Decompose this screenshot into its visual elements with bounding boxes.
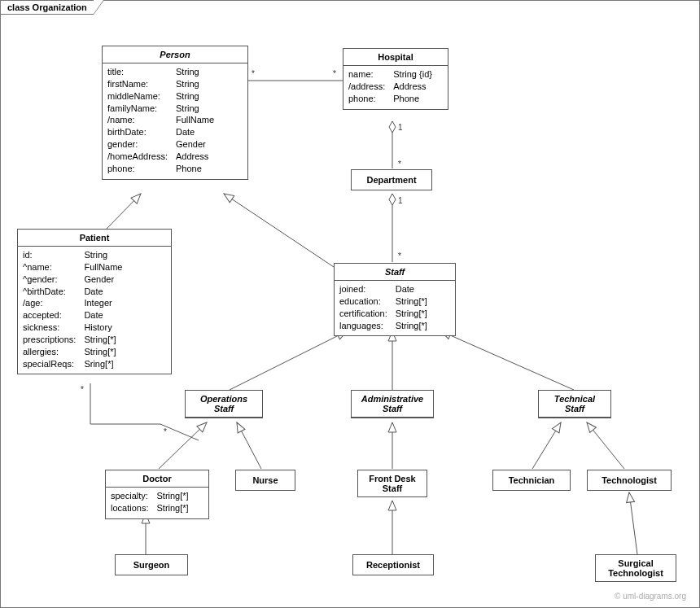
class-doctor: Doctor specialty: locations: String[*] S… (105, 470, 209, 519)
class-staff: Staff joined: education: certification: … (334, 263, 456, 336)
svg-line-9 (237, 422, 261, 469)
svg-line-5 (230, 331, 347, 390)
class-receptionist: Receptionist (352, 554, 434, 575)
class-title: Technologist (602, 475, 657, 485)
class-title: Surgical Technologist (608, 558, 663, 578)
class-title: Front Desk Staff (369, 474, 415, 493)
class-title: Operations Staff (186, 391, 262, 417)
uml-frame: class Organization (0, 0, 700, 608)
class-hospital: Hospital name: /address: phone: String {… (343, 48, 448, 110)
svg-line-11 (532, 422, 561, 469)
class-operations-staff: Operations Staff (185, 390, 263, 418)
class-technologist: Technologist (587, 470, 672, 491)
class-title: Doctor (106, 470, 208, 487)
svg-line-7 (441, 331, 574, 390)
class-attrs: id: ^name: ^gender: ^birthDate: /age: ac… (18, 247, 171, 374)
class-person: Person title: firstName: middleName: fam… (102, 46, 248, 180)
class-attrs: name: /address: phone: String {id} Addre… (343, 66, 448, 109)
svg-line-4 (224, 194, 334, 267)
class-front-desk-staff: Front Desk Staff (357, 470, 427, 497)
class-title: Administrative Staff (352, 391, 433, 417)
svg-line-12 (587, 422, 624, 469)
class-attrs: joined: education: certification: langua… (335, 281, 455, 335)
class-technician: Technician (492, 470, 571, 491)
mult-patient-op-b: * (164, 427, 167, 436)
svg-line-14 (629, 492, 637, 554)
class-title: Staff (335, 264, 455, 280)
class-technical-staff: Technical Staff (538, 390, 611, 418)
mult-person-hospital-b: * (333, 69, 336, 78)
class-attrs: specialty: locations: String[*] String[*… (106, 488, 208, 518)
class-attrs: title: firstName: middleName: familyName… (103, 63, 247, 179)
class-title: Surgeon (133, 560, 170, 570)
class-patient: Patient id: ^name: ^gender: ^birthDate: … (17, 229, 172, 374)
mult-dept-staff-1: 1 (398, 196, 403, 205)
class-title: Patient (18, 230, 171, 246)
class-surgeon: Surgeon (115, 554, 188, 575)
watermark: © uml-diagrams.org (615, 592, 686, 601)
class-surgical-technologist: Surgical Technologist (595, 554, 676, 582)
mult-hosp-dept-1: 1 (398, 123, 403, 132)
class-title: Department (366, 175, 416, 185)
mult-person-hospital-a: * (252, 69, 255, 78)
frame-title: class Organization (0, 0, 94, 15)
class-nurse: Nurse (235, 470, 295, 491)
class-title: Person (103, 46, 247, 63)
class-title: Technical Staff (539, 391, 610, 417)
mult-patient-op-a: * (81, 385, 84, 394)
class-title: Hospital (343, 49, 448, 65)
class-title: Receptionist (366, 560, 420, 570)
class-title: Technician (509, 475, 555, 485)
class-administrative-staff: Administrative Staff (351, 390, 434, 418)
class-title: Nurse (252, 475, 278, 485)
mult-dept-staff-star: * (398, 252, 401, 260)
mult-hosp-dept-star: * (398, 160, 401, 168)
class-department: Department (351, 169, 432, 190)
svg-line-3 (107, 194, 141, 229)
